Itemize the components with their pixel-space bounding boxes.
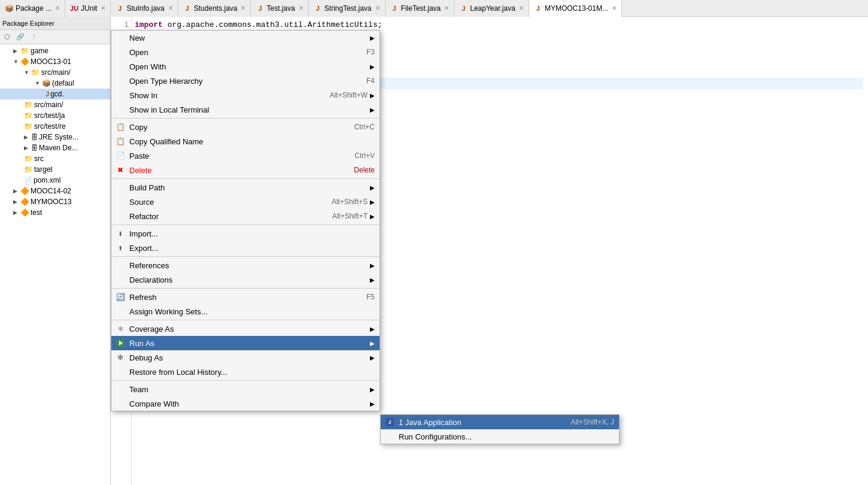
tab-leapyear[interactable]: J LeapYear.java ✕ xyxy=(454,0,529,17)
tab-close-stuinfo[interactable]: ✕ xyxy=(168,5,173,11)
separator-2 xyxy=(111,178,380,179)
tab-close-leapyear[interactable]: ✕ xyxy=(519,5,524,11)
menu-arrow-compare: ▶ xyxy=(370,401,375,407)
tab-test[interactable]: J Test.java ✕ xyxy=(251,0,308,17)
tree-item-game[interactable]: ▶ 📁 game xyxy=(0,46,110,56)
tab-close-stringtest[interactable]: ✕ xyxy=(375,5,380,11)
menu-label-export: Export... xyxy=(129,244,375,253)
menu-shortcut-copy: Ctrl+C xyxy=(342,123,375,131)
tab-label-package-explorer: Package ... xyxy=(16,4,51,13)
menu-item-debug-as[interactable]: ✻ Debug As ▶ xyxy=(111,350,380,365)
tree-item-maven[interactable]: ▶ 🗄 Maven De... xyxy=(0,143,110,153)
tab-label-students: Students.java xyxy=(194,4,238,13)
menu-shortcut-open-type: F4 xyxy=(354,77,375,85)
toolbar-collapse-all[interactable]: ⬡ xyxy=(1,31,13,43)
tree-item-jre[interactable]: ▶ 🗄 JRE Syste... xyxy=(0,132,110,143)
menu-arrow-source: ▶ xyxy=(370,199,375,205)
submenu-item-java-app[interactable]: J 1 Java Application Alt+Shift+X, J xyxy=(381,415,619,429)
menu-arrow-new: ▶ xyxy=(370,35,375,41)
menu-item-copy-qualified[interactable]: 📋 Copy Qualified Name xyxy=(111,134,380,148)
tab-close-junit[interactable]: ✕ xyxy=(101,5,105,11)
submenu-run-as: J 1 Java Application Alt+Shift+X, J Run … xyxy=(380,414,620,444)
menu-item-compare[interactable]: Compare With ▶ xyxy=(111,396,380,411)
tree-item-mooc14[interactable]: ▶ 🔶 MOOC14-02 xyxy=(0,186,110,196)
menu-item-copy[interactable]: 📋 Copy Ctrl+C xyxy=(111,120,380,134)
tab-close-students[interactable]: ✕ xyxy=(241,5,245,11)
java-icon-test: J xyxy=(256,4,264,13)
separator-6 xyxy=(111,320,380,320)
menu-item-export[interactable]: ⬆ Export... xyxy=(111,241,380,255)
separator-5 xyxy=(111,288,380,289)
menu-label-team: Team xyxy=(129,385,368,394)
tab-close-mymooc[interactable]: ✕ xyxy=(612,5,617,11)
menu-label-run-as: Run As xyxy=(129,339,368,348)
menu-item-coverage-as[interactable]: ✻ Coverage As ▶ xyxy=(111,322,380,336)
menu-item-refactor[interactable]: Refactor Alt+Shift+T ▶ xyxy=(111,209,380,223)
panel-header: Package Explorer xyxy=(0,17,110,30)
menu-item-open[interactable]: Open F3 xyxy=(111,45,380,59)
menu-arrow-declarations: ▶ xyxy=(370,277,375,283)
tab-mymooc[interactable]: J MYMOOC13-01M... ✕ xyxy=(529,0,622,17)
toolbar-menu[interactable]: ⋮ xyxy=(28,31,40,43)
menu-item-team[interactable]: Team ▶ xyxy=(111,382,380,396)
menu-label-source: Source xyxy=(129,198,320,207)
menu-item-assign-sets[interactable]: Assign Working Sets... xyxy=(111,304,380,319)
srctestrec-icon: 📁 xyxy=(24,122,33,131)
game-icon: 📁 xyxy=(20,47,29,55)
srcmain-icon: 📁 xyxy=(31,68,40,77)
tree-item-target[interactable]: 📁 target xyxy=(0,164,110,175)
menu-item-build-path[interactable]: Build Path ▶ xyxy=(111,180,380,195)
tree-item-src[interactable]: 📁 src xyxy=(0,153,110,164)
tab-close-package-explorer[interactable]: ✕ xyxy=(55,5,60,11)
toolbar-link-editor[interactable]: 🔗 xyxy=(14,31,26,43)
menu-item-run-as[interactable]: Run As ▶ xyxy=(111,336,380,350)
export-icon: ⬆ xyxy=(115,242,126,253)
tab-stuinfo[interactable]: J StuInfo.java ✕ xyxy=(111,0,178,17)
tree-label-jre: JRE Syste... xyxy=(39,133,78,141)
menu-item-new[interactable]: New ▶ xyxy=(111,31,380,45)
menu-item-open-with[interactable]: Open With ▶ xyxy=(111,59,380,74)
submenu-item-run-config[interactable]: Run Configurations... xyxy=(381,429,619,444)
context-menu: New ▶ Open F3 Open With ▶ Open Type Hier… xyxy=(111,30,380,411)
menu-item-open-type[interactable]: Open Type Hierarchy F4 xyxy=(111,74,380,88)
menu-item-show-in[interactable]: Show In Alt+Shift+W ▶ xyxy=(111,88,380,102)
tree-item-gcd[interactable]: J gcd. xyxy=(0,89,110,99)
panel-toolbar: ⬡ 🔗 ⋮ xyxy=(0,30,110,44)
tree-item-default[interactable]: ▼ 📦 (defaul xyxy=(0,78,110,89)
tree-item-mooc13[interactable]: ▼ 🔶 MOOC13-01 xyxy=(0,56,110,67)
menu-item-delete[interactable]: ✖ Delete Delete xyxy=(111,163,380,177)
line-num-1: 1 xyxy=(111,19,129,31)
menu-item-show-local[interactable]: Show in Local Terminal ▶ xyxy=(111,102,380,117)
menu-item-references[interactable]: References ▶ xyxy=(111,258,380,272)
menu-label-paste: Paste xyxy=(129,151,342,160)
menu-item-declarations[interactable]: Declarations ▶ xyxy=(111,272,380,287)
tab-stringtest[interactable]: J StringTest.java ✕ xyxy=(309,0,386,17)
menu-item-restore-history[interactable]: Restore from Local History... xyxy=(111,365,380,379)
menu-shortcut-paste: Ctrl+V xyxy=(342,151,375,160)
separator-1 xyxy=(111,118,380,119)
tab-close-filetest[interactable]: ✕ xyxy=(444,5,449,11)
coverage-icon: ✻ xyxy=(115,323,126,334)
tree-item-srcmain[interactable]: ▼ 📁 src/main/ xyxy=(0,67,110,78)
menu-item-import[interactable]: ⬇ Import... xyxy=(111,226,380,241)
tab-students[interactable]: J Students.java ✕ xyxy=(178,0,251,17)
menu-item-paste[interactable]: 📄 Paste Ctrl+V xyxy=(111,148,380,163)
menu-label-copy-qualified: Copy Qualified Name xyxy=(129,137,363,146)
code-line-1: import org.apache.commons.math3.util.Ari… xyxy=(135,19,863,31)
tree-item-mymooc13[interactable]: ▶ 🔶 MYMOOC13 xyxy=(0,196,110,207)
tree-item-srcmain2[interactable]: 📁 src/main/ xyxy=(0,99,110,110)
tab-close-test[interactable]: ✕ xyxy=(299,5,304,11)
tab-filetest[interactable]: J FileTest.java ✕ xyxy=(386,0,455,17)
tab-package-explorer[interactable]: 📦 Package ... ✕ xyxy=(0,0,65,17)
menu-item-source[interactable]: Source Alt+Shift+S ▶ xyxy=(111,195,380,209)
tab-junit[interactable]: JU JUnit ✕ xyxy=(65,0,111,17)
tree-area: ▶ 📁 game ▼ 🔶 MOOC13-01 ▼ 📁 src/main/ ▼ 📦… xyxy=(0,44,110,485)
tree-label-pom: pom.xml xyxy=(34,176,60,184)
tree-item-testproject[interactable]: ▶ 🔶 test xyxy=(0,207,110,218)
tree-item-srctestja[interactable]: 📁 src/test/ja xyxy=(0,110,110,121)
tree-item-pom[interactable]: 📄 pom.xml xyxy=(0,175,110,186)
menu-label-declarations: Declarations xyxy=(129,275,368,284)
tab-label-filetest: FileTest.java xyxy=(401,4,441,13)
tree-item-srctestrec[interactable]: 📁 src/test/re xyxy=(0,121,110,132)
menu-item-refresh[interactable]: 🔄 Refresh F5 xyxy=(111,290,380,304)
